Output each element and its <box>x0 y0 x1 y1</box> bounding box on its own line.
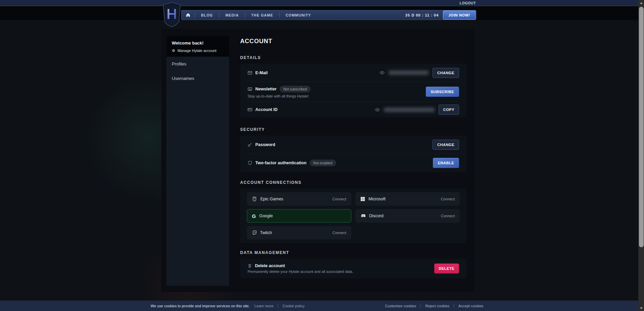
password-row: Password CHANGE <box>248 136 459 153</box>
join-now-label: JOIN NOW! <box>448 13 470 17</box>
subscribe-button[interactable]: SUBSCRIBE <box>426 87 459 97</box>
sidebar-item-usernames[interactable]: Usernames <box>166 71 229 86</box>
home-icon <box>186 13 190 17</box>
cookie-policy-link[interactable]: Cookie policy <box>283 304 304 308</box>
key-icon <box>248 142 252 147</box>
gear-icon: ⚙ <box>172 49 175 53</box>
change-email-button[interactable]: CHANGE <box>432 68 459 78</box>
connect-action-label: Connect <box>332 231 346 235</box>
customize-cookies-link[interactable]: Customize cookies <box>385 304 416 308</box>
accept-cookies-link[interactable]: Accept cookies <box>458 304 483 308</box>
google-icon: G <box>252 214 256 219</box>
account-panel: Welcome back! ⚙ Manage Hytale account Pr… <box>161 29 474 292</box>
cookie-message: We use cookies to provide and improve se… <box>151 304 250 308</box>
shield-icon <box>248 161 252 165</box>
launch-countdown: 35 D 00 : 11 : 04 <box>405 13 439 17</box>
hytale-account-page: LOGOUT H BLOG MEDIA T <box>0 0 644 311</box>
nav-link-media[interactable]: MEDIA <box>219 13 245 17</box>
security-section-header: SECURITY <box>240 127 466 132</box>
connections-section-header: ACCOUNT CONNECTIONS <box>240 180 466 185</box>
two-factor-status-badge: Not enabled <box>310 160 336 166</box>
microsoft-icon <box>360 197 365 201</box>
account-main-content: ACCOUNT DETAILS E-Mail <box>240 29 466 278</box>
scrollbar-down-arrow[interactable] <box>638 305 644 311</box>
connection-tile-microsoft[interactable]: Microsoft Connect <box>355 192 460 206</box>
change-password-button[interactable]: CHANGE <box>432 140 459 150</box>
cookie-consent-bar: We use cookies to provide and improve se… <box>0 301 638 311</box>
manage-account-label: Manage Hytale account <box>178 49 217 53</box>
email-label: E-Mail <box>255 70 268 75</box>
eye-icon[interactable] <box>380 70 385 75</box>
email-row: E-Mail CHANGE <box>248 64 459 82</box>
account-id-row: Account ID COPY <box>248 102 459 117</box>
account-sidebar: Welcome back! ⚙ Manage Hytale account Pr… <box>166 36 229 286</box>
data-management-section-header: DATA MANAGEMENT <box>240 250 466 255</box>
connect-action-label: Connect <box>332 197 346 201</box>
connect-action-label: Connect <box>441 197 455 201</box>
connections-card: Epic Games Connect Microsoft <box>240 189 466 243</box>
copy-account-id-button[interactable]: COPY <box>439 105 459 115</box>
eye-icon[interactable] <box>375 107 380 112</box>
connection-tile-discord[interactable]: Discord Connect <box>355 209 460 223</box>
delete-account-label: Delete account <box>255 263 285 268</box>
newspaper-icon <box>248 87 252 91</box>
two-factor-row: Two-factor authentication Not enabled EN… <box>248 153 459 172</box>
data-management-card: Delete account Permanently delete your H… <box>240 259 466 278</box>
discord-icon <box>360 213 366 219</box>
welcome-heading: Welcome back! <box>172 40 224 46</box>
home-nav-button[interactable] <box>181 13 195 17</box>
envelope-icon <box>248 70 252 75</box>
connection-name: Google <box>259 214 273 218</box>
connection-name: Discord <box>369 214 383 218</box>
join-now-button[interactable]: JOIN NOW! <box>443 10 476 20</box>
connection-tile-twitch[interactable]: Twitch Connect <box>247 226 351 239</box>
top-utility-bar: LOGOUT <box>0 0 638 6</box>
page-title: ACCOUNT <box>240 38 466 45</box>
cookie-divider <box>420 304 421 308</box>
hytale-logo[interactable]: H <box>161 2 182 27</box>
connection-name: Microsoft <box>368 197 386 201</box>
cookie-divider <box>278 304 278 308</box>
connection-tile-epic-games[interactable]: Epic Games Connect <box>247 192 351 206</box>
reject-cookies-link[interactable]: Reject cookies <box>425 304 449 308</box>
trash-icon <box>248 263 252 268</box>
delete-account-button[interactable]: DELETE <box>434 263 459 274</box>
hytale-shield-icon: H <box>161 2 182 27</box>
scrollbar-up-arrow[interactable] <box>638 0 644 6</box>
details-section-header: DETAILS <box>240 55 466 60</box>
vertical-scrollbar[interactable] <box>638 0 644 311</box>
learn-more-link[interactable]: Learn more <box>255 304 273 308</box>
newsletter-subtitle: Stay up-to-date with all things Hytale! <box>248 94 311 98</box>
security-card: Password CHANGE Two-factor authenticatio <box>240 136 466 172</box>
connect-action-label: Connect <box>441 214 455 218</box>
newsletter-status-badge: Not subscribed <box>280 86 311 92</box>
epic-games-icon <box>252 197 257 202</box>
cookie-divider <box>454 304 454 308</box>
two-factor-label: Two-factor authentication <box>255 161 307 165</box>
logout-link[interactable]: LOGOUT <box>459 1 476 5</box>
connection-tile-google-connected[interactable]: G Google <box>247 209 351 223</box>
scrollbar-thumb[interactable] <box>639 7 644 247</box>
details-card: E-Mail CHANGE <box>240 64 466 117</box>
nav-link-the-game[interactable]: THE GAME <box>245 13 279 17</box>
svg-text:H: H <box>166 6 177 22</box>
newsletter-row: Newsletter Not subscribed Stay up-to-dat… <box>248 82 459 102</box>
email-value-masked <box>389 70 428 75</box>
sidebar-item-manage-account[interactable]: Welcome back! ⚙ Manage Hytale account <box>166 36 229 57</box>
main-navigation: BLOG MEDIA THE GAME COMMUNITY 35 D 00 : … <box>181 10 477 20</box>
delete-account-subtitle: Permanently delete your Hytale account a… <box>248 270 353 274</box>
nav-link-blog[interactable]: BLOG <box>195 13 219 17</box>
password-label: Password <box>255 142 275 147</box>
account-id-label: Account ID <box>255 107 278 112</box>
sidebar-item-profiles[interactable]: Profiles <box>166 57 229 71</box>
connection-name: Twitch <box>260 230 272 235</box>
nav-link-community[interactable]: COMMUNITY <box>280 13 317 17</box>
newsletter-label: Newsletter <box>255 87 277 91</box>
connection-name: Epic Games <box>260 197 283 201</box>
account-id-value-masked <box>384 108 434 112</box>
twitch-icon <box>252 230 257 235</box>
enable-two-factor-button[interactable]: ENABLE <box>433 158 459 168</box>
id-card-icon <box>248 107 252 112</box>
